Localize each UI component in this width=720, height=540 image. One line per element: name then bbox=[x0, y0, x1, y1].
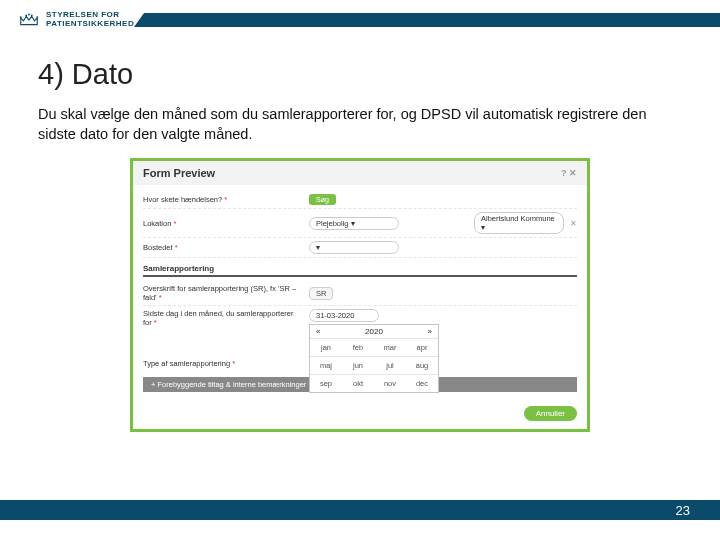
month-aug[interactable]: aug bbox=[406, 356, 438, 374]
slide-description: Du skal vælge den måned som du samlerapp… bbox=[38, 105, 682, 144]
q-where-label: Hvor skete hændelsen? * bbox=[143, 195, 303, 204]
slide-header: STYRELSEN FOR PATIENTSIKKERHED bbox=[0, 0, 720, 40]
month-feb[interactable]: feb bbox=[342, 338, 374, 356]
svg-point-4 bbox=[28, 14, 30, 16]
agency-logo: STYRELSEN FOR PATIENTSIKKERHED bbox=[18, 11, 134, 29]
bosted-label: Bostedet * bbox=[143, 243, 303, 252]
sr-value[interactable]: SR bbox=[309, 287, 333, 300]
lokation-field-2[interactable]: Albertslund Kommune ▾ bbox=[474, 212, 564, 234]
annuller-button[interactable]: Annuller bbox=[524, 406, 577, 421]
slide-footer: 23 bbox=[0, 500, 720, 520]
month-picker[interactable]: « 2020 » jan feb mar apr maj jun bbox=[309, 324, 439, 393]
form-title-bar: Form Preview ? ✕ bbox=[133, 161, 587, 185]
month-maj[interactable]: maj bbox=[310, 356, 342, 374]
svg-point-0 bbox=[20, 16, 22, 18]
month-apr[interactable]: apr bbox=[406, 338, 438, 356]
logo-text: STYRELSEN FOR PATIENTSIKKERHED bbox=[46, 11, 134, 29]
month-jun[interactable]: jun bbox=[342, 356, 374, 374]
search-button[interactable]: Søg bbox=[309, 194, 336, 205]
form-screenshot: Form Preview ? ✕ Hvor skete hændelsen? *… bbox=[130, 158, 590, 432]
slide-content: 4) Dato Du skal vælge den måned som du s… bbox=[0, 40, 720, 432]
month-okt[interactable]: okt bbox=[342, 374, 374, 392]
month-mar[interactable]: mar bbox=[374, 338, 406, 356]
page-number: 23 bbox=[676, 503, 690, 518]
q-type-label: Type af samlerapportering * bbox=[143, 359, 303, 368]
month-jul[interactable]: jul bbox=[374, 356, 406, 374]
month-nov[interactable]: nov bbox=[374, 374, 406, 392]
svg-point-1 bbox=[25, 15, 27, 17]
lokation-field-1[interactable]: Plejebolig ▾ bbox=[309, 217, 399, 230]
month-sep[interactable]: sep bbox=[310, 374, 342, 392]
cal-prev-icon[interactable]: « bbox=[316, 327, 320, 336]
bosted-field[interactable]: ▾ bbox=[309, 241, 399, 254]
header-bar bbox=[144, 13, 720, 27]
q-sidste-dag-label: Sidste dag i den måned, du samlerapporte… bbox=[143, 309, 303, 327]
cal-year: 2020 bbox=[365, 327, 383, 336]
close-icon[interactable]: ✕ bbox=[570, 219, 577, 228]
dato-field[interactable]: 31-03-2020 bbox=[309, 309, 379, 322]
q-overskrift-label: Overskrift for samlerapportering (SR), f… bbox=[143, 284, 303, 302]
cal-months-grid: jan feb mar apr maj jun jul aug sep okt bbox=[310, 338, 438, 392]
svg-point-3 bbox=[36, 16, 38, 18]
month-jan[interactable]: jan bbox=[310, 338, 342, 356]
lokation-label: Lokation * bbox=[143, 219, 303, 228]
crown-icon bbox=[18, 11, 40, 29]
form-title: Form Preview bbox=[143, 167, 215, 179]
cal-next-icon[interactable]: » bbox=[428, 327, 432, 336]
form-title-icons: ? ✕ bbox=[561, 168, 577, 178]
logo-line-2: PATIENTSIKKERHED bbox=[46, 20, 134, 29]
month-dec[interactable]: dec bbox=[406, 374, 438, 392]
svg-point-2 bbox=[31, 15, 33, 17]
section-samlerapportering: Samlerapportering bbox=[143, 258, 577, 277]
slide-title: 4) Dato bbox=[38, 58, 682, 91]
